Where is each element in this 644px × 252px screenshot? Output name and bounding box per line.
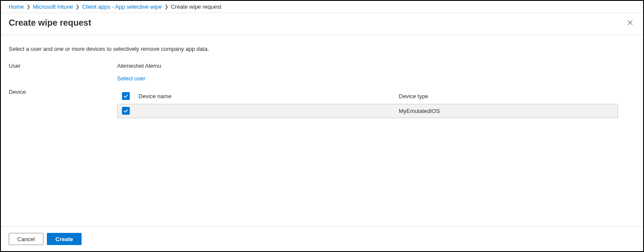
device-label: Device — [9, 89, 117, 95]
breadcrumb-home[interactable]: Home — [9, 3, 24, 10]
checkmark-icon — [123, 93, 129, 99]
page-title: Create wipe request — [9, 18, 91, 28]
chevron-right-icon: ❯ — [76, 4, 79, 10]
device-field: Device Device name Device type — [9, 89, 635, 118]
device-table: Device name Device type MyEmulatedIOS — [117, 89, 618, 118]
breadcrumb-intune[interactable]: Microsoft Intune — [33, 3, 73, 10]
user-field: User Alemeshet Alemu Select user — [9, 63, 635, 82]
close-button[interactable] — [625, 17, 635, 28]
table-row[interactable]: MyEmulatedIOS — [118, 104, 618, 118]
title-bar: Create wipe request — [1, 13, 643, 35]
column-device-name[interactable]: Device name — [134, 89, 394, 104]
checkmark-icon — [123, 108, 129, 114]
user-label: User — [9, 63, 117, 69]
cell-device-type: MyEmulatedIOS — [394, 104, 618, 118]
breadcrumb-current: Create wipe request — [171, 3, 221, 10]
close-icon — [627, 20, 633, 26]
footer: Cancel Create — [1, 226, 643, 251]
cancel-button[interactable]: Cancel — [9, 233, 43, 245]
select-user-link[interactable]: Select user — [117, 75, 145, 82]
chevron-right-icon: ❯ — [26, 4, 30, 10]
content-area: Select a user and one or more devices to… — [1, 35, 643, 226]
user-value: Alemeshet Alemu — [117, 63, 635, 69]
row-checkbox[interactable] — [122, 107, 130, 115]
column-device-type[interactable]: Device type — [394, 89, 618, 104]
chevron-right-icon: ❯ — [164, 4, 168, 10]
create-button[interactable]: Create — [47, 233, 82, 245]
select-all-checkbox[interactable] — [122, 92, 130, 100]
cell-device-name — [134, 104, 394, 118]
breadcrumb-client-apps[interactable]: Client apps - App selective wipe — [82, 3, 162, 10]
instruction-text: Select a user and one or more devices to… — [9, 46, 635, 52]
breadcrumb: Home ❯ Microsoft Intune ❯ Client apps - … — [1, 1, 643, 13]
